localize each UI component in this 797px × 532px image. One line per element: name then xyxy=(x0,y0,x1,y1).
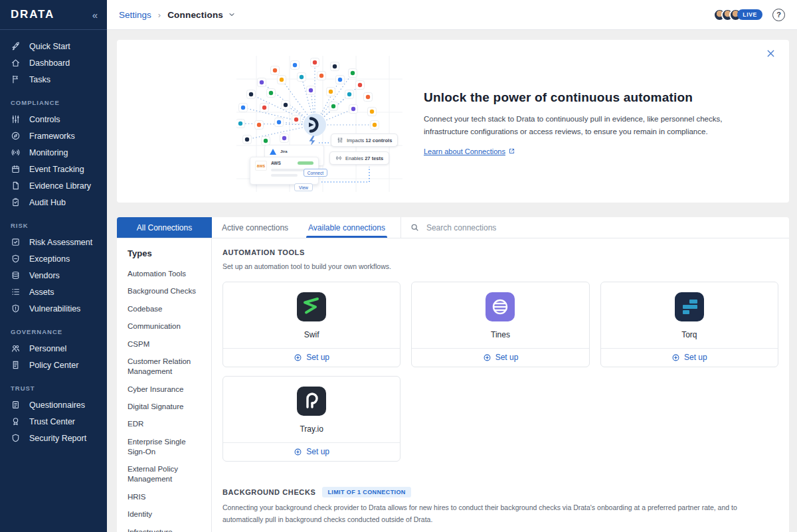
collapse-sidebar-icon[interactable]: « xyxy=(92,10,98,20)
sidebar-item-label: Vulnerabilities xyxy=(29,304,80,313)
breadcrumb-separator: › xyxy=(158,10,161,20)
breadcrumb-settings[interactable]: Settings xyxy=(119,10,151,20)
sidebar-item[interactable]: Tasks xyxy=(0,71,107,88)
sidebar-item[interactable]: Security Report xyxy=(0,430,107,446)
calendar-icon xyxy=(11,164,21,174)
sidebar-item-label: Quick Start xyxy=(29,42,70,51)
drata-mark-icon xyxy=(304,114,326,136)
sidebar-item[interactable]: Policy Center xyxy=(0,357,107,373)
main-content: Impacts 12 controls Enables 27 tests Jir… xyxy=(107,30,797,532)
banner-text: Unlock the power of continuous automatio… xyxy=(424,90,756,157)
sidebar-item-label: Risk Assessment xyxy=(29,238,92,247)
setup-button[interactable]: Set up xyxy=(223,348,400,367)
document-icon xyxy=(11,181,21,191)
chevron-down-icon[interactable] xyxy=(228,11,236,19)
sidebar-item-label: Event Tracking xyxy=(29,165,84,174)
type-filter-item[interactable]: Infrastructure xyxy=(128,527,205,532)
triangle-logo-icon xyxy=(270,149,276,155)
sidebar-item-label: Personnel xyxy=(29,344,66,353)
section-subtitle: Set up an automation tool to build your … xyxy=(222,261,778,273)
illustration-provider-card: aws AWS Connect View xyxy=(250,157,319,185)
connect-button: Connect xyxy=(304,169,327,177)
nav-group-label: GOVERNANCE xyxy=(0,317,107,340)
tab-active-connections[interactable]: Active connections xyxy=(212,217,298,238)
automation-cards-row-2: Tray.io Set up xyxy=(222,376,778,462)
connection-card-swif: Swif Set up xyxy=(222,282,400,367)
connection-name: Swif xyxy=(304,330,319,339)
enables-callout: Enables 27 tests xyxy=(329,151,389,165)
sidebar-item[interactable]: Controls xyxy=(0,111,107,128)
section-subtitle: Connecting your background check provide… xyxy=(222,502,778,526)
torq-logo xyxy=(675,292,704,321)
layers-icon xyxy=(11,270,21,280)
sidebar-item-label: Controls xyxy=(29,115,60,124)
sidebar-item[interactable]: Questionnaires xyxy=(0,397,107,413)
sidebar-header: DRATA « xyxy=(0,0,107,30)
sidebar-item[interactable]: Monitoring xyxy=(0,144,107,161)
sidebar-item-label: Security Report xyxy=(29,434,86,443)
policy-icon xyxy=(11,360,21,370)
type-filter-item[interactable]: CSPM xyxy=(128,339,205,349)
type-filter-item[interactable]: External Policy Management xyxy=(128,464,205,484)
connection-card-trayio: Tray.io Set up xyxy=(222,376,400,462)
nav-group-label: RISK xyxy=(0,211,107,234)
provider-name: AWS xyxy=(271,161,281,165)
plus-circle-icon xyxy=(483,353,491,362)
type-filter-item[interactable]: Customer Relation Management xyxy=(128,357,205,377)
sidebar-item-label: Frameworks xyxy=(29,132,75,141)
tab-available-connections[interactable]: Available connections xyxy=(298,217,395,238)
sidebar-item-label: Audit Hub xyxy=(29,198,66,207)
skeleton-line xyxy=(271,174,298,177)
drata-logo: DRATA xyxy=(11,8,54,21)
view-button: View xyxy=(294,183,313,191)
sidebar-item[interactable]: Frameworks xyxy=(0,128,107,144)
topbar-right: LIVE ? xyxy=(713,9,785,21)
type-filter-item[interactable]: Automation Tools xyxy=(128,269,205,279)
impacts-text: Impacts 12 controls xyxy=(347,137,392,143)
sidebar-item-label: Trust Center xyxy=(29,417,75,426)
sidebar-item[interactable]: Audit Hub xyxy=(0,194,107,211)
type-filter-item[interactable]: Codebase xyxy=(128,304,205,314)
controls-sliders-icon xyxy=(337,137,343,143)
type-filter-item[interactable]: Background Checks xyxy=(128,286,205,296)
setup-button[interactable]: Set up xyxy=(601,348,778,367)
learn-about-connections-link[interactable]: Learn about Connections xyxy=(424,147,515,156)
close-icon[interactable] xyxy=(766,48,776,61)
sidebar-item[interactable]: Vendors xyxy=(0,267,107,284)
sidebar-item[interactable]: Evidence Library xyxy=(0,177,107,194)
clipboard-icon xyxy=(11,197,21,207)
plus-circle-icon xyxy=(671,353,680,362)
breadcrumb-connections[interactable]: Connections xyxy=(167,10,223,20)
type-filter-item[interactable]: Communication xyxy=(128,321,205,331)
sidebar-item[interactable]: Personnel xyxy=(0,340,107,357)
automation-cards-row-1: Swif Set up Tines xyxy=(222,282,778,367)
broadcast-icon xyxy=(335,155,342,161)
impacts-callout: Impacts 12 controls xyxy=(331,133,398,147)
sidebar-item-label: Questionnaires xyxy=(29,400,85,410)
type-filter-item[interactable]: Cyber Insurance xyxy=(128,385,205,395)
nav-group-label: TRUST xyxy=(0,373,107,397)
tab-all-connections[interactable]: All Connections xyxy=(117,217,212,238)
sidebar-item-label: Exceptions xyxy=(29,254,70,264)
setup-button[interactable]: Set up xyxy=(223,442,400,461)
setup-button[interactable]: Set up xyxy=(412,348,588,367)
sidebar-item[interactable]: Risk Assessment xyxy=(0,234,107,250)
type-filter-item[interactable]: Digital Signature xyxy=(128,402,205,412)
sidebar-item[interactable]: Event Tracking xyxy=(0,161,107,177)
sidebar-item[interactable]: Dashboard xyxy=(0,54,107,71)
sidebar-item[interactable]: Assets xyxy=(0,284,107,300)
live-avatars[interactable]: LIVE xyxy=(713,9,762,21)
type-filter-item[interactable]: Identity xyxy=(128,509,205,519)
sliders-icon xyxy=(11,114,21,124)
type-filter-item[interactable]: Enterprise Single Sign-On xyxy=(128,437,205,457)
type-filter-item[interactable]: EDR xyxy=(128,419,205,429)
sidebar-item[interactable]: Exceptions xyxy=(0,250,107,267)
sidebar-item[interactable]: Vulnerabilities xyxy=(0,300,107,317)
search-input[interactable] xyxy=(425,222,780,233)
help-icon[interactable]: ? xyxy=(772,9,785,21)
compass-icon xyxy=(11,131,21,141)
type-filter-item[interactable]: HRIS xyxy=(128,492,205,502)
sidebar-item[interactable]: Trust Center xyxy=(0,413,107,430)
live-badge[interactable]: LIVE xyxy=(737,9,762,20)
sidebar-item[interactable]: Quick Start xyxy=(0,38,107,54)
